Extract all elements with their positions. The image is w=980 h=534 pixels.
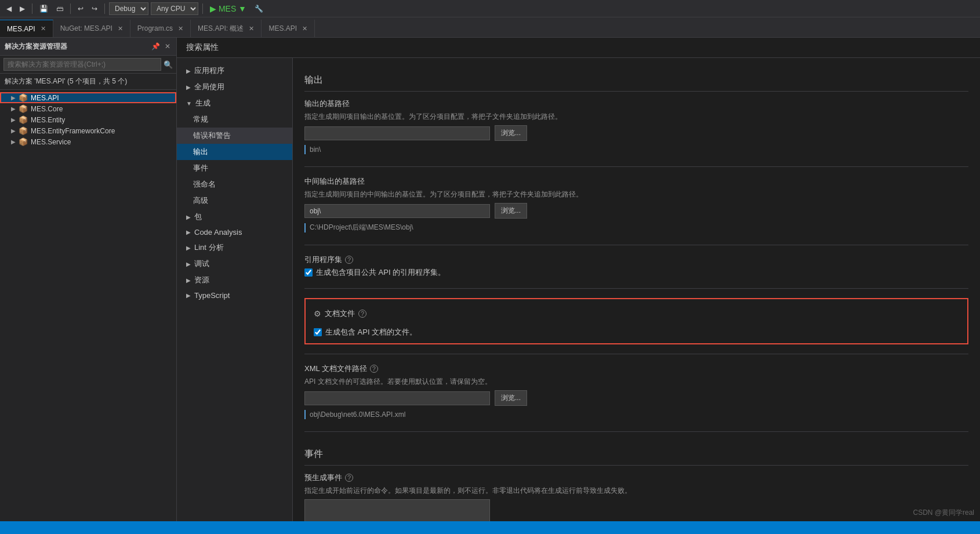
intermediate-input[interactable] — [304, 204, 490, 218]
path-bar — [304, 223, 306, 233]
pre-build-help[interactable]: ? — [345, 474, 353, 482]
intermediate-browse[interactable]: 浏览... — [495, 203, 527, 219]
sidebar-icons: 📌 ✕ — [150, 41, 172, 52]
reference-assembly-help[interactable]: ? — [345, 256, 353, 264]
toolbar-save-all[interactable]: 🗃 — [53, 3, 66, 14]
nav-item-label: Lint 分析 — [194, 242, 224, 253]
nav-item-label: 包 — [194, 212, 202, 222]
close-sidebar[interactable]: ✕ — [164, 41, 172, 52]
label-text: 输出的基路径 — [304, 99, 350, 109]
intermediate-output-group: 中间输出的基路径 指定生成期间项目的中间输出的基位置。为了区分项目配置，将把子文… — [304, 176, 968, 234]
nav-applications[interactable]: ▶ 应用程序 — [177, 63, 292, 79]
tab-label: NuGet: MES.API — [60, 24, 112, 32]
xml-doc-input[interactable] — [304, 391, 490, 405]
nav-item-label: 应用程序 — [194, 66, 224, 76]
divider2 — [304, 245, 968, 245]
events-section: 事件 预生成事件 ? 指定生成开始前运行的命令。如果项目是最新的，则不运行。非零… — [304, 444, 968, 534]
nav-debug[interactable]: ▶ 调试 — [177, 256, 292, 272]
run-button[interactable]: ▶ MES ▼ — [207, 3, 249, 14]
nav-code-analysis[interactable]: ▶ Code Analysis — [177, 225, 292, 239]
tree-item-mes-efcore[interactable]: ▶ 📦 MES.EntityFrameworkCore — [0, 125, 176, 136]
tab-nuget[interactable]: NuGet: MES.API ✕ — [53, 20, 130, 37]
debug-dropdown[interactable]: Debug — [109, 2, 148, 15]
output-base-path-group: 输出的基路径 指定生成期间项目输出的基位置。为了区分项目配置，将把子文件夹追加到… — [304, 99, 968, 156]
nav-sub-label: 输出 — [193, 147, 208, 157]
output-base-path: bin\ — [304, 143, 968, 156]
search-button[interactable]: 🔍 — [164, 60, 173, 69]
intermediate-label: 中间输出的基路径 — [304, 176, 968, 187]
section-header-output: 输出 — [304, 70, 968, 92]
output-base-browse[interactable]: 浏览... — [495, 125, 527, 141]
tab-program[interactable]: Program.cs ✕ — [130, 20, 191, 37]
nav-build[interactable]: ▼ 生成 — [177, 95, 292, 111]
doc-file-checkbox[interactable] — [314, 328, 322, 336]
tab-mes-api-active[interactable]: MES.API ✕ — [0, 20, 53, 37]
toolbar-forward[interactable]: ▶ — [17, 3, 28, 14]
tab-close[interactable]: ✕ — [41, 25, 46, 32]
tab-mes-api-2[interactable]: MES.API ✕ — [262, 20, 315, 37]
tab-close[interactable]: ✕ — [302, 25, 307, 32]
nav-item-label: 全局使用 — [194, 82, 224, 92]
nav-build-advanced[interactable]: 高级 — [177, 192, 292, 209]
nav-arrow: ▶ — [186, 277, 191, 284]
nav-build-output[interactable]: 输出 — [177, 144, 292, 160]
tree-item-mes-api[interactable]: ▶ 📦 MES.API — [0, 92, 176, 103]
xml-doc-browse[interactable]: 浏览... — [495, 390, 527, 406]
tab-close[interactable]: ✕ — [178, 25, 183, 32]
pin-button[interactable]: 📌 — [150, 41, 161, 52]
expand-arrow: ▶ — [11, 95, 16, 101]
nav-item-label: TypeScript — [194, 291, 230, 300]
toolbar-sep4 — [202, 3, 203, 14]
expand-arrow: ▶ — [11, 117, 16, 123]
tab-close[interactable]: ✕ — [118, 25, 123, 32]
nav-typescript[interactable]: ▶ TypeScript — [177, 288, 292, 303]
label-text: 引用程序集 — [304, 255, 342, 265]
nav-item-label: 资源 — [194, 275, 209, 285]
tree-item-mes-service[interactable]: ▶ 📦 MES.Service — [0, 136, 176, 147]
pre-build-label: 预生成事件 ? — [304, 473, 968, 483]
tab-close[interactable]: ✕ — [249, 25, 254, 32]
nav-build-general[interactable]: 常规 — [177, 111, 292, 128]
search-input[interactable] — [3, 58, 161, 71]
cpu-dropdown[interactable]: Any CPU — [151, 2, 198, 15]
doc-file-help[interactable]: ? — [358, 310, 366, 318]
nav-sub-label: 高级 — [193, 195, 208, 206]
pre-build-desc: 指定生成开始前运行的命令。如果项目是最新的，则不运行。非零退出代码将在生成运行前… — [304, 485, 968, 496]
output-base-input[interactable] — [304, 126, 490, 140]
tree-item-mes-core[interactable]: ▶ 📦 MES.Core — [0, 103, 176, 114]
nav-global-usings[interactable]: ▶ 全局使用 — [177, 79, 292, 95]
output-base-input-row: 浏览... — [304, 125, 968, 141]
nav-build-errors[interactable]: 错误和警告 — [177, 128, 292, 144]
reference-assembly-group: 引用程序集 ? 生成包含项目公共 API 的引用程序集。 — [304, 255, 968, 278]
nav-lint[interactable]: ▶ Lint 分析 — [177, 239, 292, 256]
tree-item-label: MES.Service — [31, 138, 71, 146]
nav-resources[interactable]: ▶ 资源 — [177, 272, 292, 288]
toolbar-save[interactable]: 💾 — [37, 3, 51, 14]
tree-item-label: MES.Entity — [31, 116, 65, 124]
nav-package[interactable]: ▶ 包 — [177, 209, 292, 225]
doc-file-label: 文档文件 — [325, 308, 355, 319]
reference-assembly-checkbox[interactable] — [304, 268, 313, 277]
divider3 — [304, 288, 968, 289]
main-layout: 解决方案资源管理器 📌 ✕ 🔍 解决方案 'MES.API' (5 个项目，共 … — [0, 38, 980, 534]
xml-doc-help[interactable]: ? — [370, 365, 378, 373]
output-base-label: 输出的基路径 — [304, 99, 968, 109]
nav-build-events[interactable]: 事件 — [177, 160, 292, 176]
sidebar-title: 解决方案资源管理器 — [5, 42, 67, 52]
debug-start[interactable]: 🔧 — [252, 3, 266, 14]
doc-file-title-row: ⚙ 文档文件 ? — [314, 305, 959, 322]
path-value: obj\Debug\net6.0\MES.API.xml — [310, 411, 405, 419]
toolbar-back[interactable]: ◀ — [3, 3, 14, 14]
nav-build-strong-name[interactable]: 强命名 — [177, 176, 292, 192]
toolbar-undo[interactable]: ↩ — [75, 3, 86, 14]
tree-item-mes-entity[interactable]: ▶ 📦 MES.Entity — [0, 114, 176, 125]
label-text: XML 文档文件路径 — [304, 364, 367, 374]
reference-assembly-checkbox-label: 生成包含项目公共 API 的引用程序集。 — [316, 267, 445, 278]
toolbar-redo[interactable]: ↪ — [89, 3, 100, 14]
output-base-desc: 指定生成期间项目输出的基位置。为了区分项目配置，将把子文件夹追加到此路径。 — [304, 111, 968, 122]
reference-assembly-label: 引用程序集 ? — [304, 255, 968, 265]
project-icon: 📦 — [19, 115, 28, 124]
nav-sub-label: 错误和警告 — [193, 130, 231, 141]
nav-arrow: ▶ — [186, 84, 191, 90]
tab-overview[interactable]: MES.API: 概述 ✕ — [191, 20, 262, 37]
